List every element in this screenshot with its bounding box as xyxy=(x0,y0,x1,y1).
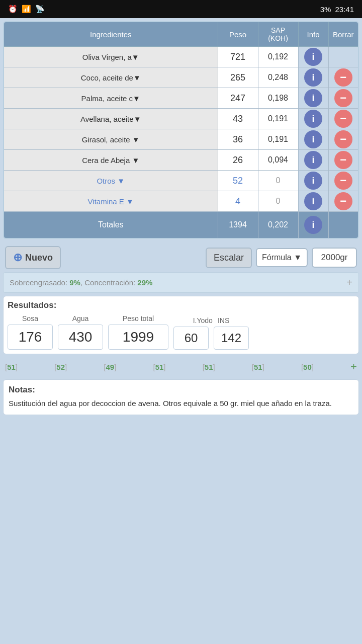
sobre-bar: Sobreengrasado: 9%, Concentración: 29% + xyxy=(3,272,359,293)
ingredient-name[interactable]: Oliva Virgen, a▼ xyxy=(4,47,218,67)
ingredient-sap: 0,094 xyxy=(258,150,298,171)
ingredient-name[interactable]: Coco, aceite de▼ xyxy=(4,67,218,88)
ingredient-peso[interactable]: 52 xyxy=(218,171,258,191)
formula-dropdown-icon: ▼ xyxy=(294,253,302,262)
sobre-text: Sobreengrasado: 9%, Concentración: 29% xyxy=(10,278,152,287)
ingredient-name[interactable]: Girasol, aceite ▼ xyxy=(4,129,218,150)
ingredient-name[interactable]: Palma, aceite c▼ xyxy=(4,88,218,109)
table-row: Girasol, aceite ▼ 36 0,191 i − xyxy=(4,129,358,150)
formula-select[interactable]: Fórmula ▼ xyxy=(256,248,308,267)
iyodo-ins-values: 60 142 xyxy=(173,327,249,350)
numbers-plus-icon[interactable]: + xyxy=(350,360,357,373)
num-badge-6[interactable]: [50] xyxy=(301,363,314,371)
numbers-row: [51][52][49][51][51][51][50]+ xyxy=(3,357,359,376)
num-badge-5[interactable]: [51] xyxy=(252,363,264,371)
nuevo-button[interactable]: ⊕ Nuevo xyxy=(5,246,61,269)
ingredient-sap: 0,192 xyxy=(258,47,298,67)
info-button[interactable]: i xyxy=(304,48,322,66)
notas-section: Notas: Sustitución del agua por decoccio… xyxy=(3,379,359,415)
resultados-row: Sosa 176 Agua 430 Peso total 1999 I.Yodo… xyxy=(8,314,354,350)
sosa-item: Sosa 176 xyxy=(8,314,53,350)
info-button[interactable]: i xyxy=(304,68,322,87)
num-badge-0[interactable]: [51] xyxy=(5,363,18,371)
ingredient-name[interactable]: Avellana, aceite▼ xyxy=(4,109,218,129)
time-text: 23:41 xyxy=(335,5,354,14)
sobre-value: 9% xyxy=(69,278,80,287)
totales-info-button[interactable]: i xyxy=(304,216,322,234)
delete-button[interactable]: − xyxy=(334,172,352,190)
wifi-icon: 📶 xyxy=(22,5,31,14)
cantidad-input[interactable]: 2000gr xyxy=(312,248,357,268)
ingredient-name[interactable]: Cera de Abeja ▼ xyxy=(4,150,218,171)
info-button[interactable]: i xyxy=(304,172,322,190)
delete-button[interactable]: − xyxy=(334,89,352,107)
alarm-icon: ⏰ xyxy=(8,5,18,14)
num-badge-2[interactable]: [49] xyxy=(104,363,116,371)
delete-button[interactable]: − xyxy=(334,151,352,169)
delete-button[interactable]: − xyxy=(334,110,352,128)
totales-info-cell: i xyxy=(298,212,328,239)
ingredient-borrar-cell: − xyxy=(328,171,358,191)
agua-item: Agua 430 xyxy=(58,314,103,350)
peso-total-label: Peso total xyxy=(123,314,154,323)
notas-text: Sustitución del agua por decoccion de av… xyxy=(9,398,353,410)
ingredients-table: Ingredientes Peso SAP(KOH) Info Borrar O… xyxy=(3,21,359,239)
totales-sap: 0,202 xyxy=(258,212,298,239)
delete-button[interactable]: − xyxy=(334,130,352,148)
ins-value: 142 xyxy=(214,327,249,350)
info-button[interactable]: i xyxy=(304,110,322,128)
header-borrar: Borrar xyxy=(328,22,358,47)
totales-row: Totales 1394 0,202 i xyxy=(4,212,358,239)
ingredient-info-cell: i xyxy=(298,109,328,129)
info-button[interactable]: i xyxy=(304,151,322,169)
ingredient-peso[interactable]: 265 xyxy=(218,67,258,88)
ingredient-peso[interactable]: 721 xyxy=(218,47,258,67)
info-button[interactable]: i xyxy=(304,130,322,148)
totales-label: Totales xyxy=(4,212,218,239)
ingredient-info-cell: i xyxy=(298,129,328,150)
info-button[interactable]: i xyxy=(304,89,322,107)
ingredient-borrar-cell: − xyxy=(328,150,358,171)
ingredient-peso[interactable]: 43 xyxy=(218,109,258,129)
formula-label: Fórmula xyxy=(262,253,292,262)
ingredient-borrar-cell: − xyxy=(328,191,358,212)
ingredient-borrar-cell xyxy=(328,47,358,67)
battery-text: 3% xyxy=(320,5,331,14)
ingredient-peso[interactable]: 247 xyxy=(218,88,258,109)
plus-icon: ⊕ xyxy=(13,251,22,264)
sobre-prefix: Sobreengrasado: xyxy=(10,278,69,287)
header-peso: Peso xyxy=(218,22,258,47)
ingredient-peso[interactable]: 36 xyxy=(218,129,258,150)
ingredient-name[interactable]: Otros ▼ xyxy=(4,171,218,191)
nuevo-label: Nuevo xyxy=(25,253,53,263)
ingredient-sap: 0,248 xyxy=(258,67,298,88)
resultados-title: Resultados: xyxy=(8,300,354,310)
ingredient-info-cell: i xyxy=(298,67,328,88)
ingredient-info-cell: i xyxy=(298,47,328,67)
iyodo-ins-labels: I.Yodo INS xyxy=(193,316,230,327)
table-row: Oliva Virgen, a▼ 721 0,192 i xyxy=(4,47,358,67)
ingredient-name[interactable]: Vitamina E ▼ xyxy=(4,191,218,212)
peso-total-value: 1999 xyxy=(108,325,168,350)
escalar-label: Escalar xyxy=(214,253,244,263)
ingredient-borrar-cell: − xyxy=(328,88,358,109)
ingredient-borrar-cell: − xyxy=(328,67,358,88)
num-badge-3[interactable]: [51] xyxy=(153,363,165,371)
escalar-button[interactable]: Escalar xyxy=(206,248,252,268)
ingredient-info-cell: i xyxy=(298,150,328,171)
info-button[interactable]: i xyxy=(304,192,322,210)
conc-prefix: , Concentración: xyxy=(80,278,137,287)
ingredient-peso[interactable]: 4 xyxy=(218,191,258,212)
delete-button[interactable]: − xyxy=(334,192,352,210)
delete-button[interactable]: − xyxy=(334,68,352,87)
table-row: Palma, aceite c▼ 247 0,198 i − xyxy=(4,88,358,109)
ingredient-sap: 0,191 xyxy=(258,109,298,129)
conc-value: 29% xyxy=(137,278,152,287)
sobre-plus-icon[interactable]: + xyxy=(346,277,352,288)
ingredient-peso[interactable]: 26 xyxy=(218,150,258,171)
num-badge-1[interactable]: [52] xyxy=(54,363,67,371)
table-row: Otros ▼ 52 0 i − xyxy=(4,171,358,191)
ingredient-borrar-cell: − xyxy=(328,109,358,129)
num-badge-4[interactable]: [51] xyxy=(203,363,215,371)
toolbar: ⊕ Nuevo Escalar Fórmula ▼ 2000gr xyxy=(3,243,359,272)
